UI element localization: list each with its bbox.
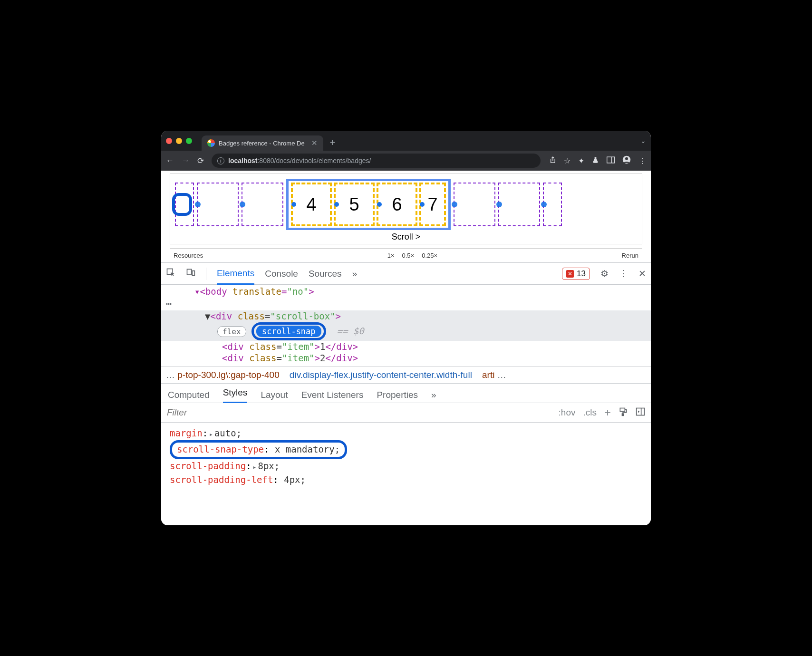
close-window-icon[interactable] <box>166 138 172 144</box>
tab-properties[interactable]: Properties <box>377 390 418 400</box>
ellipsis-icon[interactable]: ⋯ <box>161 297 651 310</box>
dom-item-2[interactable]: <div class="item">2</div> <box>161 352 651 364</box>
site-info-icon[interactable]: i <box>217 157 224 164</box>
browser-tab[interactable]: Badges reference - Chrome De ✕ <box>202 135 323 151</box>
dom-scroll-box[interactable]: ▼<div class="scroll-box"> <box>161 310 651 322</box>
snap-point-icon <box>195 202 201 207</box>
snap-point-icon <box>496 202 502 207</box>
console-ref: == $0 <box>337 326 364 336</box>
minimize-window-icon[interactable] <box>176 138 182 144</box>
page-content: 4 5 6 7 Scroll > Resources 1× 0.5× 0.25×… <box>161 171 651 262</box>
panel-icon[interactable] <box>607 156 615 165</box>
extensions-icon[interactable]: ✦ <box>578 156 584 165</box>
css-val: x mandatory; <box>275 444 340 454</box>
zoom-025x[interactable]: 0.25× <box>418 251 441 260</box>
styles-pane[interactable]: margin:▸auto; scroll-snap-type: x mandat… <box>161 423 651 491</box>
tab-bar: Badges reference - Chrome De ✕ + ⌄ <box>161 131 651 151</box>
share-icon[interactable] <box>548 156 556 166</box>
scroll-item: 7 <box>419 183 446 226</box>
tab-event-listeners[interactable]: Event Listeners <box>301 390 363 400</box>
scroll-item <box>454 183 495 226</box>
maximize-window-icon[interactable] <box>186 138 192 144</box>
item-number: 5 <box>349 194 359 215</box>
zoom-1x[interactable]: 1× <box>384 251 398 260</box>
dom-item-1[interactable]: <div class="item">1</div> <box>161 341 651 352</box>
close-tab-icon[interactable]: ✕ <box>311 139 318 147</box>
browser-window: Badges reference - Chrome De ✕ + ⌄ ← → ⟳… <box>161 131 651 525</box>
resources-button[interactable]: Resources <box>170 251 207 260</box>
snap-point-icon <box>377 202 382 207</box>
inspect-icon[interactable] <box>166 268 175 280</box>
tab-layout[interactable]: Layout <box>261 390 288 400</box>
devtools-tabs: Elements Console Sources » ✕13 ⚙ ⋮ ✕ <box>161 263 651 285</box>
close-devtools-icon[interactable]: ✕ <box>638 268 646 279</box>
scroll-item <box>498 183 540 226</box>
tab-console[interactable]: Console <box>265 269 298 279</box>
labs-icon[interactable] <box>592 156 599 166</box>
scroll-item <box>175 183 194 226</box>
error-badge[interactable]: ✕13 <box>562 268 590 280</box>
error-count: 13 <box>577 269 586 279</box>
scroll-label[interactable]: Scroll > <box>175 232 637 242</box>
scroll-item <box>197 183 239 226</box>
styles-filter-bar: :hov .cls + <box>161 403 651 423</box>
css-rule-highlighted[interactable]: scroll-snap-type: x mandatory; <box>170 440 642 459</box>
zoom-05x[interactable]: 0.5× <box>398 251 418 260</box>
scroll-item <box>543 183 562 226</box>
scroll-item: 6 <box>377 183 417 226</box>
snap-point-icon <box>420 202 425 207</box>
rerun-button[interactable]: Rerun <box>618 251 642 260</box>
address-bar[interactable]: i localhost:8080/docs/devtools/elements/… <box>212 154 541 168</box>
snap-point-icon <box>334 202 339 207</box>
svg-rect-7 <box>620 408 625 411</box>
scroll-item: 5 <box>334 183 375 226</box>
devtools-menu-icon[interactable]: ⋮ <box>619 268 628 279</box>
snap-point-icon <box>541 202 547 207</box>
tabs-more[interactable]: » <box>431 390 436 400</box>
new-style-rule-icon[interactable]: + <box>604 406 611 419</box>
item-number: 4 <box>306 194 316 215</box>
reload-icon[interactable]: ⟳ <box>197 156 204 166</box>
url-path: :8080/docs/devtools/elements/badges/ <box>257 157 371 164</box>
scroll-snap-badge[interactable]: scroll-snap <box>256 326 321 337</box>
snap-point-icon <box>240 202 245 207</box>
window-controls <box>166 138 192 144</box>
css-rule[interactable]: scroll-padding:▸8px; <box>170 459 642 473</box>
tabs-more[interactable]: » <box>352 269 358 279</box>
kebab-menu-icon[interactable]: ⋮ <box>638 156 646 165</box>
css-rule[interactable]: scroll-padding-left: 4px; <box>170 473 642 487</box>
tab-computed[interactable]: Computed <box>168 390 210 400</box>
bookmark-icon[interactable]: ☆ <box>564 156 570 165</box>
scroll-row: 4 5 6 7 <box>175 179 637 230</box>
url-host: localhost <box>228 157 257 164</box>
device-icon[interactable] <box>186 268 195 280</box>
svg-rect-9 <box>637 408 645 415</box>
tab-styles[interactable]: Styles <box>223 387 248 403</box>
cls-toggle[interactable]: .cls <box>583 407 597 418</box>
crumb-trailing: … <box>497 370 506 380</box>
tab-sources[interactable]: Sources <box>309 269 342 279</box>
css-rule[interactable]: margin:▸auto; <box>170 426 642 440</box>
breadcrumb[interactable]: … p-top-300.lg\:gap-top-400 div.display-… <box>161 367 651 384</box>
settings-icon[interactable]: ⚙ <box>600 268 609 279</box>
paint-icon[interactable] <box>619 407 628 419</box>
toggle-sidebar-icon[interactable] <box>636 407 645 419</box>
chrome-favicon-icon <box>207 139 215 147</box>
flex-badge[interactable]: flex <box>217 326 246 337</box>
crumb-item[interactable]: arti <box>482 370 494 380</box>
dom-tree[interactable]: ▾<body translate="no"> ⋯ ▼<div class="sc… <box>161 285 651 367</box>
filter-input[interactable] <box>167 407 551 418</box>
hov-toggle[interactable]: :hov <box>559 407 576 418</box>
tabs-menu-icon[interactable]: ⌄ <box>640 137 646 145</box>
crumb-item[interactable]: p-top-300.lg\:gap-top-400 <box>177 370 279 380</box>
css-prop: margin <box>170 428 203 438</box>
item-number: 6 <box>392 194 402 215</box>
scroll-snap-annotation: scroll-snap <box>251 322 326 340</box>
back-icon[interactable]: ← <box>166 156 174 165</box>
dom-body-line[interactable]: ▾<body translate="no"> <box>161 286 651 297</box>
crumb-item-selected[interactable]: div.display-flex.justify-content-center.… <box>290 370 472 380</box>
tab-elements[interactable]: Elements <box>217 268 254 285</box>
profile-icon[interactable] <box>622 155 631 166</box>
new-tab-button[interactable]: + <box>330 137 336 148</box>
forward-icon[interactable]: → <box>182 156 190 165</box>
